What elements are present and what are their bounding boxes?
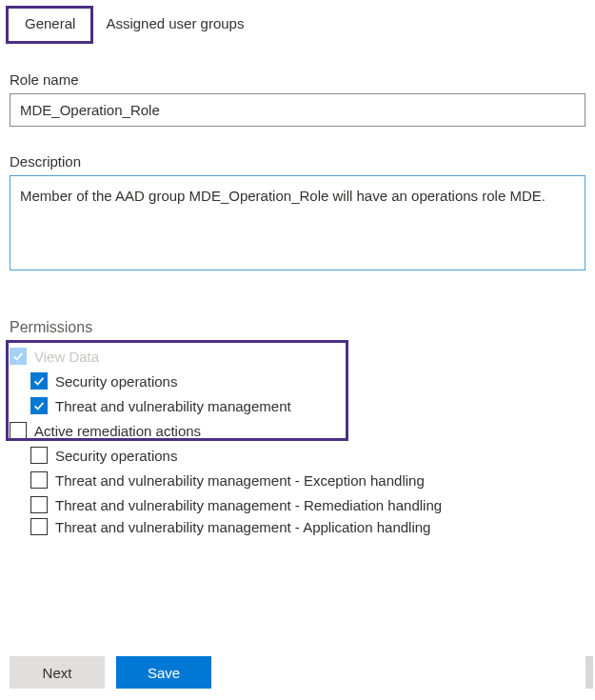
perm-item-label: View Data [34,349,99,365]
checkbox-icon [30,447,48,464]
checkbox-icon [10,348,27,365]
permissions-label: Permissions [0,319,595,336]
checkbox-icon [30,372,48,390]
checkbox-icon [30,496,48,513]
perm-security-operations[interactable]: Security operations [10,369,585,393]
save-button[interactable]: Save [116,656,211,689]
perm-item-label: Active remediation actions [34,423,201,439]
scrollbar[interactable] [585,656,593,689]
next-button[interactable]: Next [10,656,105,689]
checkbox-icon [10,422,27,439]
perm-view-data[interactable]: View Data [10,344,585,369]
description-input[interactable] [10,175,585,270]
perm-item-label: Threat and vulnerability management - Re… [55,497,442,513]
perm-item-label: Threat and vulnerability management [55,398,291,414]
perm-tvm-remediation[interactable]: Threat and vulnerability management - Re… [10,492,585,517]
checkbox-icon [30,518,48,535]
perm-item-label: Threat and vulnerability management - Ex… [55,472,425,489]
perm-threat-vuln-mgmt[interactable]: Threat and vulnerability management [10,393,585,418]
checkbox-icon [30,397,48,414]
perm-item-label: Security operations [55,373,177,390]
tab-assigned-user-groups[interactable]: Assigned user groups [90,8,259,45]
perm-item-label: Threat and vulnerability management - Ap… [55,519,430,535]
role-name-field: Role name [10,71,585,127]
perm-item-label: Security operations [55,448,177,464]
form-section: Role name Description [0,71,595,273]
description-field: Description [10,153,585,273]
perm-security-operations-2[interactable]: Security operations [10,443,585,468]
footer: Next Save [10,656,585,689]
role-name-label: Role name [10,71,585,88]
permissions-list: View Data Security operations Threat and… [0,344,595,536]
perm-active-remediation[interactable]: Active remediation actions [10,418,585,443]
checkbox-icon [30,471,48,489]
perm-tvm-application[interactable]: Threat and vulnerability management - Ap… [10,517,585,536]
role-name-input[interactable] [10,93,585,127]
perm-tvm-exception[interactable]: Threat and vulnerability management - Ex… [10,468,585,492]
description-label: Description [10,153,585,170]
tab-general[interactable]: General [10,8,90,45]
tab-bar: General Assigned user groups [0,0,595,45]
